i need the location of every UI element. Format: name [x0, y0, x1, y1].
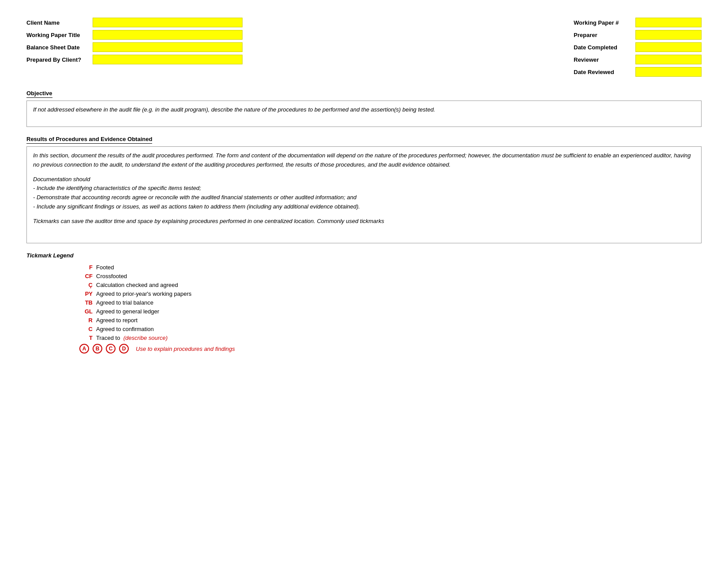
tick-desc-f: Footed: [96, 264, 114, 271]
tick-code-py: PY: [79, 290, 93, 297]
tickmark-row-cf: CF Crossfooted: [79, 273, 702, 279]
header-row-preparer: Preparer: [574, 30, 702, 40]
circle-d: D: [119, 344, 129, 354]
circle-b: B: [93, 344, 102, 354]
tickmark-row-f: F Footed: [79, 264, 702, 271]
results-section: Results of Procedures and Evidence Obtai…: [26, 136, 702, 243]
client-name-input[interactable]: [93, 18, 243, 27]
tick-code-c-confirm: C: [79, 326, 93, 332]
date-completed-label: Date Completed: [574, 44, 631, 51]
tick-code-tb: TB: [79, 299, 93, 306]
prepared-by-label: Prepared By Client?: [26, 56, 88, 63]
results-para-1: In this section, document the results of…: [33, 151, 695, 170]
header-row-date-completed: Date Completed: [574, 42, 702, 52]
bs-date-label: Balance Sheet Date: [26, 44, 88, 51]
tickmark-row-r: R Agreed to report: [79, 317, 702, 324]
tickmark-row-py: PY Agreed to prior-year's working papers: [79, 290, 702, 297]
preparer-label: Preparer: [574, 32, 631, 38]
tick-code-t: T: [79, 335, 93, 341]
circle-c: C: [106, 344, 116, 354]
wp-num-input[interactable]: [635, 18, 702, 27]
tick-code-c-check: Ç: [79, 282, 93, 288]
header-section: Client Name Working Paper Title Balance …: [26, 18, 702, 77]
header-row-wp-num: Working Paper #: [574, 18, 702, 27]
header-row-prepared-by: Prepared By Client?: [26, 55, 243, 64]
tick-code-r: R: [79, 317, 93, 324]
circles-row: A B C D Use to explain procedures and fi…: [79, 344, 702, 354]
results-para-2: Documentation should - Include the ident…: [33, 175, 695, 212]
tickmark-row-c-confirm: C Agreed to confirmation: [79, 326, 702, 332]
tickmark-row-tb: TB Agreed to trial balance: [79, 299, 702, 306]
wp-num-label: Working Paper #: [574, 19, 631, 26]
objective-text: If not addressed elsewhere in the audit …: [33, 106, 435, 113]
circle-a: A: [79, 344, 89, 354]
tick-t-suffix: (describe source): [123, 335, 168, 341]
tick-desc-c-check: Calculation checked and agreed: [96, 282, 178, 288]
tick-code-f: F: [79, 264, 93, 271]
tick-code-cf: CF: [79, 273, 93, 279]
tick-desc-t: Traced to (describe source): [96, 335, 168, 341]
tickmark-row-gl: GL Agreed to general ledger: [79, 308, 702, 315]
circles-description: Use to explain procedures and findings: [136, 346, 235, 352]
wp-title-label: Working Paper Title: [26, 32, 88, 38]
objective-section: Objective If not addressed elsewhere in …: [26, 90, 702, 127]
objective-title: Objective: [26, 90, 52, 98]
date-completed-input[interactable]: [635, 42, 702, 52]
header-right: Working Paper # Preparer Date Completed …: [574, 18, 702, 77]
tick-desc-py: Agreed to prior-year's working papers: [96, 290, 191, 297]
date-reviewed-input[interactable]: [635, 67, 702, 77]
reviewer-label: Reviewer: [574, 56, 631, 63]
prepared-by-input[interactable]: [93, 55, 243, 64]
tickmark-row-t: T Traced to (describe source): [79, 335, 702, 341]
header-row-wp-title: Working Paper Title: [26, 30, 243, 40]
tick-code-gl: GL: [79, 308, 93, 315]
tick-desc-c-confirm: Agreed to confirmation: [96, 326, 154, 332]
tickmark-row-c-check: Ç Calculation checked and agreed: [79, 282, 702, 288]
bs-date-input[interactable]: [93, 42, 243, 52]
date-reviewed-label: Date Reviewed: [574, 69, 631, 75]
results-box[interactable]: In this section, document the results of…: [26, 146, 702, 243]
tickmark-title: Tickmark Legend: [26, 252, 702, 259]
results-title: Results of Procedures and Evidence Obtai…: [26, 136, 152, 144]
results-para-3: Tickmarks can save the auditor time and …: [33, 217, 695, 226]
wp-title-input[interactable]: [93, 30, 243, 40]
tick-desc-r: Agreed to report: [96, 317, 138, 324]
preparer-input[interactable]: [635, 30, 702, 40]
tick-desc-gl: Agreed to general ledger: [96, 308, 159, 315]
reviewer-input[interactable]: [635, 55, 702, 64]
objective-box[interactable]: If not addressed elsewhere in the audit …: [26, 100, 702, 127]
tick-desc-cf: Crossfooted: [96, 273, 127, 279]
tickmark-section: Tickmark Legend F Footed CF Crossfooted …: [26, 252, 702, 354]
header-row-client: Client Name: [26, 18, 243, 27]
header-row-bs-date: Balance Sheet Date: [26, 42, 243, 52]
client-name-label: Client Name: [26, 19, 88, 26]
tick-desc-tb: Agreed to trial balance: [96, 299, 153, 306]
header-left: Client Name Working Paper Title Balance …: [26, 18, 243, 77]
header-row-date-reviewed: Date Reviewed: [574, 67, 702, 77]
tickmark-table: F Footed CF Crossfooted Ç Calculation ch…: [79, 264, 702, 354]
header-row-reviewer: Reviewer: [574, 55, 702, 64]
